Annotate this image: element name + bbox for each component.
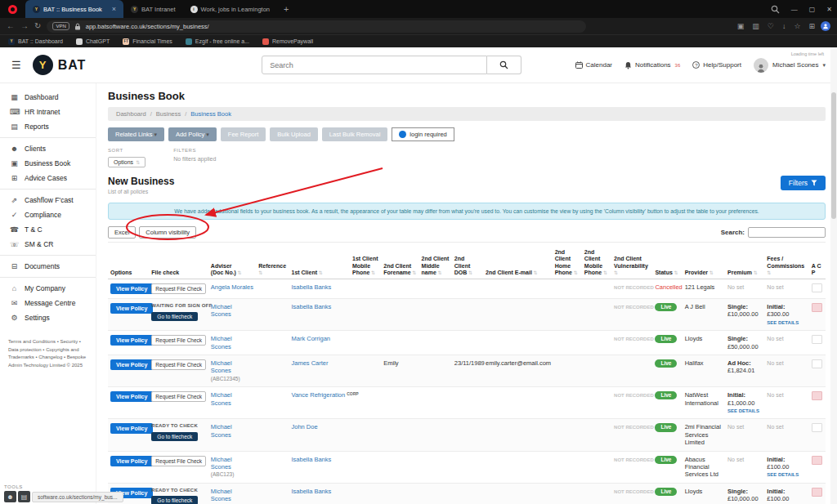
- tab-close-icon[interactable]: ×: [112, 5, 116, 13]
- sort-icon[interactable]: ⇅: [258, 270, 262, 275]
- bookmark-chatgpt[interactable]: ChatGPT: [76, 38, 110, 45]
- client-link[interactable]: Mark Corrigan: [291, 335, 330, 342]
- request-file-check-button[interactable]: Request File Check: [151, 391, 206, 402]
- client-link[interactable]: James Carter: [291, 359, 328, 367]
- sort-icon[interactable]: ⇅: [614, 270, 618, 275]
- extensions-icon[interactable]: ⊞: [808, 22, 815, 30]
- sort-options-button[interactable]: Options ⇅: [108, 157, 145, 167]
- sidebar-item-reports[interactable]: ▤Reports: [0, 119, 96, 134]
- login-required-button[interactable]: login required: [394, 130, 451, 139]
- star-icon[interactable]: ☆: [794, 22, 800, 30]
- client-link[interactable]: Isabella Banks: [291, 283, 331, 291]
- sort-icon[interactable]: ⇅: [369, 270, 375, 275]
- browser-tab-bat-business-book[interactable]: YBAT :: Business Book×: [25, 0, 123, 18]
- global-search-input[interactable]: [262, 56, 487, 74]
- add-policy-button[interactable]: Add Policy ▾: [168, 127, 217, 141]
- view-policy-button[interactable]: View Policy: [110, 303, 153, 314]
- client-link[interactable]: John Doe: [291, 423, 317, 430]
- breadcrumb-item-dashboard[interactable]: Dashboard: [116, 110, 146, 118]
- see-details-link[interactable]: SEE DETAILS: [727, 408, 759, 413]
- view-policy-button[interactable]: View Policy: [110, 391, 153, 402]
- sort-icon[interactable]: ⇅: [411, 270, 417, 275]
- sidebar-item-clients[interactable]: ☻Clients: [0, 141, 96, 156]
- minimize-button[interactable]: —: [791, 6, 798, 13]
- breadcrumb-item-business[interactable]: Business: [156, 110, 181, 118]
- excel-export-button[interactable]: Excel: [108, 226, 136, 239]
- sort-icon[interactable]: ⇅: [236, 270, 242, 275]
- sort-icon[interactable]: ⇅: [752, 270, 758, 275]
- user-menu[interactable]: Loading time left Michael Scones ▾: [754, 58, 826, 73]
- sidebar-item-my-company[interactable]: ⌂My Company: [0, 281, 96, 296]
- go-to-filecheck-button[interactable]: Go to filecheck: [151, 432, 198, 441]
- sort-icon[interactable]: ⇅: [436, 270, 442, 275]
- reload-icon[interactable]: ↻: [34, 22, 41, 30]
- notifications-menu-item[interactable]: Notifications 36: [624, 61, 680, 69]
- column-header-a-c-p[interactable]: A C P: [809, 243, 826, 279]
- row-flag-indicator[interactable]: [812, 488, 822, 497]
- sidebar-item-hr-intranet[interactable]: ⌨HR Intranet: [0, 105, 96, 119]
- request-file-check-button[interactable]: Request File Check: [151, 335, 206, 346]
- page-scrollbar[interactable]: [830, 47, 837, 504]
- adviser-link[interactable]: Michael Scones: [211, 359, 232, 374]
- row-flag-indicator[interactable]: [812, 423, 822, 432]
- row-flag-indicator[interactable]: [812, 335, 822, 344]
- column-header-2nd-client-vulnerability[interactable]: 2nd Client Vulnerability ⇅: [611, 243, 652, 279]
- sort-icon[interactable]: ⇅: [467, 270, 472, 275]
- bookmark-ezgif-free-online-a[interactable]: Ezgif - free online a...: [186, 38, 249, 45]
- wallet-icon[interactable]: ▥: [752, 22, 759, 30]
- help-support-menu-item[interactable]: ? Help/Support: [692, 61, 741, 69]
- sidebar-item-compliance[interactable]: ✓Compliance: [0, 207, 96, 222]
- sidebar-footer-links[interactable]: Terms and Conditions • Security • Data p…: [0, 338, 96, 369]
- see-details-link[interactable]: SEE DETAILS: [767, 472, 799, 477]
- column-header-2nd-client-e-mail[interactable]: 2nd Client E-mail ⇅: [483, 243, 553, 279]
- global-search-button[interactable]: [487, 56, 521, 74]
- heart-icon[interactable]: ♡: [768, 22, 774, 30]
- url-field[interactable]: VPN app.batsoftware.co.uk/sections/my_bu…: [47, 20, 586, 33]
- adviser-link[interactable]: Michael Scones: [211, 303, 232, 318]
- row-flag-indicator[interactable]: [812, 283, 822, 292]
- vpn-badge[interactable]: VPN: [52, 22, 69, 30]
- go-to-filecheck-button[interactable]: Go to filecheck: [151, 496, 198, 504]
- column-header-reference[interactable]: Reference ⇅: [256, 243, 289, 279]
- adviser-link[interactable]: Angela Morales: [211, 283, 253, 291]
- filters-button[interactable]: Filters: [781, 176, 826, 190]
- request-file-check-button[interactable]: Request File Check: [151, 456, 206, 466]
- column-header-2nd-client-mobile-phone[interactable]: 2nd Client Mobile Phone ⇅: [582, 243, 611, 279]
- column-header-file-check[interactable]: File check: [149, 243, 208, 279]
- column-visibility-button[interactable]: Column visibility: [139, 226, 196, 239]
- view-policy-button[interactable]: View Policy: [110, 335, 153, 346]
- go-to-filecheck-button[interactable]: Go to filecheck: [151, 312, 198, 321]
- column-header-2nd-client-home-phone[interactable]: 2nd Client Home Phone ⇅: [553, 243, 582, 279]
- sidebar-item-advice-cases[interactable]: ⊞Advice Cases: [0, 171, 96, 185]
- opera-menu-icon[interactable]: [8, 5, 17, 14]
- sort-icon[interactable]: ⇅: [532, 270, 538, 275]
- sort-icon[interactable]: ⇅: [767, 270, 771, 275]
- new-tab-button[interactable]: +: [284, 4, 289, 14]
- forward-icon[interactable]: →: [20, 22, 29, 30]
- fee-report-button[interactable]: Fee Report: [221, 127, 266, 141]
- sort-icon[interactable]: ⇅: [572, 270, 578, 275]
- adviser-link[interactable]: Michael Scones: [211, 423, 232, 438]
- sort-icon[interactable]: ⇅: [708, 270, 714, 275]
- related-links-button[interactable]: Related Links ▾: [108, 127, 164, 141]
- bookmark-bat-dashboard[interactable]: YBAT :: Dashboard: [8, 38, 63, 45]
- row-flag-indicator[interactable]: [812, 456, 822, 465]
- client-link[interactable]: Vance Refrigeration: [291, 391, 345, 399]
- column-header-fees-commissions[interactable]: Fees / Commissions ⇅: [764, 243, 808, 279]
- sort-icon[interactable]: ⇅: [602, 270, 607, 275]
- browser-tab-bat-intranet[interactable]: YBAT Intranet: [123, 0, 182, 18]
- client-link[interactable]: Isabella Banks: [291, 303, 331, 310]
- column-header-provider[interactable]: Provider ⇅: [683, 243, 725, 279]
- last-bulk-removal-button[interactable]: Last Bulk Removal: [322, 127, 388, 141]
- sidebar-item-documents[interactable]: ⊟Documents: [0, 259, 96, 274]
- column-header-adviser[interactable]: Adviser(Doc No.) ⇅: [208, 243, 256, 279]
- adviser-link[interactable]: Michael Scones: [211, 335, 232, 350]
- scrollbar-thumb[interactable]: [831, 92, 836, 219]
- sidebar-item-dashboard[interactable]: ▦Dashboard: [0, 90, 96, 105]
- maximize-button[interactable]: ▢: [809, 6, 816, 13]
- column-header-premium[interactable]: Premium ⇅: [725, 243, 764, 279]
- sort-icon[interactable]: ⇅: [317, 270, 323, 275]
- sidebar-item-cashflow-f-cast[interactable]: ⇗Cashflow F'cast: [0, 193, 96, 207]
- adviser-link[interactable]: Michael Scones: [211, 456, 232, 471]
- bookmark-removepaywall[interactable]: RemovePaywall: [262, 38, 313, 45]
